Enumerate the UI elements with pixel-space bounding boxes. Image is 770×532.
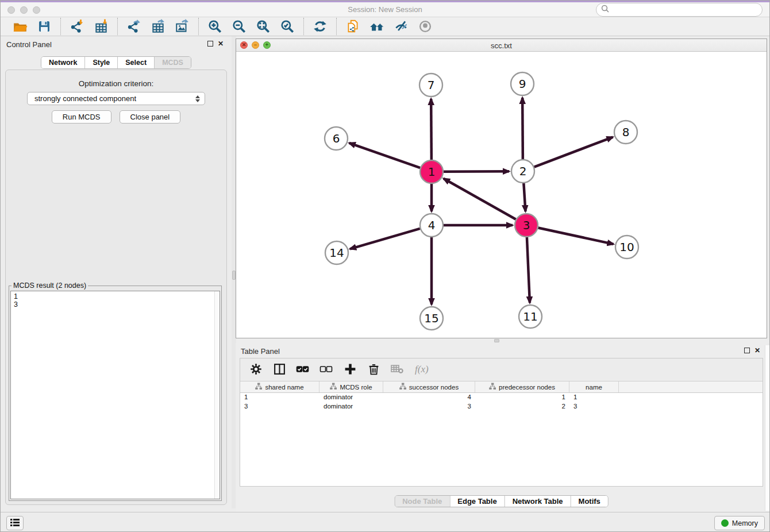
close-panel-icon[interactable]: ✕ <box>218 40 224 48</box>
tab-node-table[interactable]: Node Table <box>395 496 449 507</box>
show-graphics-details-button[interactable] <box>417 18 434 34</box>
edge-1-7[interactable] <box>431 99 432 160</box>
tab-motifs[interactable]: Motifs <box>571 496 608 507</box>
toolbar-group <box>117 18 198 35</box>
save-session-icon <box>37 20 51 33</box>
save-session-button[interactable] <box>36 18 53 34</box>
application-window: Session: New Session Control Panel ✕ Net… <box>0 0 770 532</box>
table-settings-button[interactable] <box>248 363 263 377</box>
graph-node-4[interactable]: 4 <box>420 214 443 237</box>
import-network-button[interactable] <box>68 18 86 34</box>
duplicate-network-icon <box>345 19 360 34</box>
run-mcds-button[interactable]: Run MCDS <box>52 110 111 124</box>
zoom-in-button[interactable] <box>206 18 224 34</box>
deselect-all-rows-button[interactable] <box>319 363 334 377</box>
tab-network-table[interactable]: Network Table <box>505 496 571 507</box>
graph-node-10[interactable]: 10 <box>615 236 638 259</box>
export-network-button[interactable] <box>125 18 143 34</box>
network-view-window: ✕ − + scc.txt 7968124314101511 <box>236 38 767 338</box>
toolbar-group <box>198 18 303 35</box>
search-icon <box>600 4 610 16</box>
zoom-selected-button[interactable] <box>279 18 296 34</box>
edge-3-11[interactable] <box>527 237 530 303</box>
network-window-titlebar[interactable]: ✕ − + scc.txt <box>236 39 767 52</box>
edge-1-6[interactable] <box>349 143 421 168</box>
graph-node-1[interactable]: 1 <box>420 160 443 183</box>
edge-2-8[interactable] <box>534 137 613 167</box>
export-table-button[interactable] <box>149 18 167 34</box>
graph-node-8[interactable]: 8 <box>614 121 637 144</box>
table-row[interactable]: 3dominator323 <box>240 402 763 411</box>
node-label: 9 <box>519 77 526 91</box>
import-table-button[interactable] <box>93 18 110 34</box>
graph-node-7[interactable]: 7 <box>419 74 442 97</box>
float-table-panel-icon[interactable] <box>744 348 750 353</box>
edge-2-3[interactable] <box>523 183 525 211</box>
horizontal-splitter[interactable] <box>236 338 770 343</box>
refresh-network-button[interactable] <box>311 18 329 34</box>
network-overview-button[interactable] <box>368 18 386 34</box>
float-panel-icon[interactable] <box>207 41 213 47</box>
column-header-MCDS-role[interactable]: MCDS role <box>319 381 383 392</box>
criterion-dropdown[interactable]: strongly connected component <box>27 92 205 105</box>
network-canvas[interactable]: 7968124314101511 <box>236 52 767 338</box>
delete-column-button[interactable] <box>366 363 381 377</box>
column-label: predecessor nodes <box>499 384 555 391</box>
mcds-panel: Optimization criterion: strongly connect… <box>5 70 227 505</box>
zoom-selected-icon <box>280 19 295 34</box>
close-panel-button[interactable]: Close panel <box>120 110 181 124</box>
open-session-button[interactable] <box>11 18 29 34</box>
zoom-out-button[interactable] <box>230 18 248 34</box>
edge-4-14[interactable] <box>350 229 420 249</box>
search-input[interactable] <box>612 5 762 15</box>
search-box[interactable] <box>596 3 763 17</box>
graph-node-3[interactable]: 3 <box>515 214 538 237</box>
graph-node-9[interactable]: 9 <box>511 72 534 95</box>
export-network-icon <box>126 19 141 34</box>
column-header-successor-nodes[interactable]: successor nodes <box>383 381 475 392</box>
graph-node-15[interactable]: 15 <box>420 307 443 330</box>
zoom-fit-button[interactable] <box>255 18 272 34</box>
table-cell: 1 <box>240 393 319 402</box>
graph-node-11[interactable]: 11 <box>519 305 542 328</box>
edge-3-1[interactable] <box>444 179 516 219</box>
export-image-button[interactable] <box>174 18 191 34</box>
memory-button[interactable]: Memory <box>714 516 765 530</box>
tab-mcds[interactable]: MCDS <box>154 57 191 68</box>
edge-1-2[interactable] <box>444 171 509 172</box>
column-label: shared name <box>265 384 303 391</box>
select-all-rows-button[interactable] <box>295 363 310 377</box>
close-table-panel-icon[interactable]: ✕ <box>754 346 760 354</box>
column-header-predecessor-nodes[interactable]: predecessor nodes <box>475 381 569 392</box>
duplicate-network-button[interactable] <box>344 18 361 34</box>
column-sort-icon <box>255 383 262 391</box>
graph-node-2[interactable]: 2 <box>511 160 534 183</box>
table-cell: dominator <box>319 402 383 411</box>
graph-node-14[interactable]: 14 <box>325 241 348 264</box>
edge-3-10[interactable] <box>538 228 614 244</box>
splitter-grip[interactable] <box>494 339 499 342</box>
network-graph[interactable]: 7968124314101511 <box>236 52 767 338</box>
status-bar: Memory <box>1 512 769 532</box>
toggle-column-view-button[interactable] <box>272 363 287 377</box>
tab-select[interactable]: Select <box>117 57 154 68</box>
tab-network[interactable]: Network <box>41 57 84 68</box>
graph-node-6[interactable]: 6 <box>325 127 348 150</box>
edge-2-9[interactable] <box>522 98 523 159</box>
zoom-in-icon <box>207 19 222 34</box>
column-label: MCDS role <box>340 384 372 391</box>
table-header-row: shared nameMCDS rolesuccessor nodesprede… <box>240 381 763 393</box>
column-header-shared-name[interactable]: shared name <box>240 381 319 392</box>
export-table-icon <box>151 19 165 34</box>
column-header-name[interactable]: name <box>569 381 619 392</box>
mcds-result-area[interactable]: 1 3 <box>10 291 220 499</box>
tab-edge-table[interactable]: Edge Table <box>449 496 504 507</box>
task-history-button[interactable] <box>6 516 24 530</box>
table-row[interactable]: 1dominator411 <box>240 393 763 402</box>
tab-style[interactable]: Style <box>84 57 117 68</box>
table-toolbar: f(x) <box>240 358 763 381</box>
zoom-out-icon <box>232 19 247 34</box>
add-column-button[interactable] <box>342 363 357 377</box>
hide-labels-button[interactable] <box>392 18 410 34</box>
result-scrollbar[interactable] <box>214 291 220 499</box>
